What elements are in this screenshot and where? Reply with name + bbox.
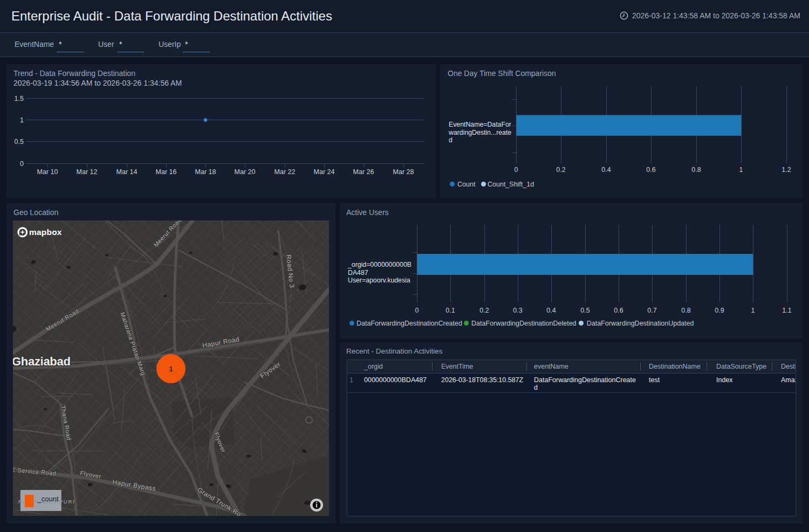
svg-text:0.3: 0.3 — [513, 307, 522, 314]
svg-text:0.5: 0.5 — [15, 138, 24, 146]
svg-text:1: 1 — [739, 166, 743, 174]
svg-text:0.2: 0.2 — [556, 166, 565, 174]
svg-text:Mar 24: Mar 24 — [314, 168, 335, 176]
svg-text:0.8: 0.8 — [681, 307, 690, 314]
svg-text:0.6: 0.6 — [646, 166, 655, 174]
svg-text:Mar 12: Mar 12 — [77, 168, 98, 176]
svg-text:1.5: 1.5 — [15, 95, 24, 102]
svg-text:0.4: 0.4 — [546, 307, 556, 314]
svg-text:Mar 26: Mar 26 — [353, 168, 374, 176]
svg-text:Mar 18: Mar 18 — [195, 168, 216, 176]
svg-text:1.2: 1.2 — [781, 166, 791, 174]
svg-text:0.1: 0.1 — [445, 307, 455, 314]
svg-text:0.7: 0.7 — [647, 307, 656, 314]
svg-text:0: 0 — [20, 160, 24, 168]
svg-text:Mar 28: Mar 28 — [393, 168, 414, 176]
svg-text:Mar 22: Mar 22 — [275, 168, 296, 176]
svg-text:Mar 20: Mar 20 — [235, 168, 256, 176]
svg-text:mapbox: mapbox — [29, 227, 62, 237]
svg-text:0.2: 0.2 — [479, 307, 489, 314]
svg-text:0.5: 0.5 — [580, 307, 589, 314]
svg-text:_count: _count — [37, 495, 59, 503]
svg-text:Mar 16: Mar 16 — [156, 168, 177, 176]
svg-text:1: 1 — [20, 116, 24, 124]
svg-text:1.1: 1.1 — [782, 307, 791, 314]
svg-text:0: 0 — [515, 166, 518, 174]
svg-text:Mar 10: Mar 10 — [37, 168, 58, 176]
svg-text:1: 1 — [169, 365, 173, 373]
svg-text:0.9: 0.9 — [715, 307, 724, 314]
svg-text:Mar 14: Mar 14 — [116, 168, 138, 176]
svg-text:0.8: 0.8 — [691, 166, 701, 174]
svg-text:0.6: 0.6 — [614, 307, 623, 314]
svg-text:0: 0 — [415, 307, 419, 314]
svg-text:0.4: 0.4 — [601, 166, 611, 174]
svg-text:1: 1 — [751, 307, 755, 314]
svg-text:Ghaziabad: Ghaziabad — [13, 355, 71, 368]
